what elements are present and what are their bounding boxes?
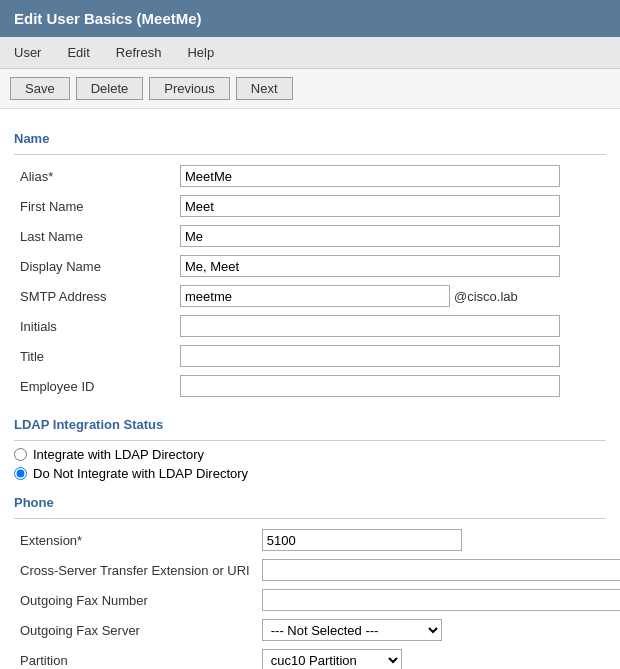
extension-label: Extension* [14, 525, 256, 555]
ldap-integrate-label: Integrate with LDAP Directory [33, 447, 204, 462]
first-name-label: First Name [14, 191, 174, 221]
smtp-row: SMTP Address @cisco.lab [14, 281, 606, 311]
ldap-no-integrate-label: Do Not Integrate with LDAP Directory [33, 466, 248, 481]
display-name-label: Display Name [14, 251, 174, 281]
save-button[interactable]: Save [10, 77, 70, 100]
last-name-input[interactable] [180, 225, 560, 247]
display-name-input[interactable] [180, 255, 560, 277]
initials-input[interactable] [180, 315, 560, 337]
page-title: Edit User Basics (MeetMe) [14, 10, 202, 27]
fax-server-select[interactable]: --- Not Selected --- [262, 619, 442, 641]
alias-label: Alias* [14, 161, 174, 191]
partition-label: Partition [14, 645, 256, 669]
partition-row: Partition cuc10 Partition [14, 645, 620, 669]
fax-server-row: Outgoing Fax Server --- Not Selected --- [14, 615, 620, 645]
menu-refresh[interactable]: Refresh [112, 43, 166, 62]
last-name-label: Last Name [14, 221, 174, 251]
toolbar: Save Delete Previous Next [0, 69, 620, 109]
smtp-domain: @cisco.lab [454, 289, 518, 304]
initials-label: Initials [14, 311, 174, 341]
phone-section-title: Phone [14, 495, 606, 512]
fax-number-label: Outgoing Fax Number [14, 585, 256, 615]
title-input[interactable] [180, 345, 560, 367]
smtp-label: SMTP Address [14, 281, 174, 311]
extension-input[interactable] [262, 529, 462, 551]
ldap-option1-row: Integrate with LDAP Directory [14, 447, 606, 462]
ldap-integrate-radio[interactable] [14, 448, 27, 461]
first-name-row: First Name [14, 191, 606, 221]
menu-user[interactable]: User [10, 43, 45, 62]
fax-number-input[interactable] [262, 589, 620, 611]
smtp-input[interactable] [180, 285, 450, 307]
title-row: Title [14, 341, 606, 371]
cross-server-label: Cross-Server Transfer Extension or URI [14, 555, 256, 585]
ldap-no-integrate-radio[interactable] [14, 467, 27, 480]
extension-row: Extension* [14, 525, 620, 555]
alias-input[interactable] [180, 165, 560, 187]
menu-help[interactable]: Help [183, 43, 218, 62]
first-name-input[interactable] [180, 195, 560, 217]
name-form: Alias* First Name Last Name Display Name… [14, 161, 606, 401]
fax-server-label: Outgoing Fax Server [14, 615, 256, 645]
ldap-radio-group: Integrate with LDAP Directory Do Not Int… [14, 447, 606, 481]
display-name-row: Display Name [14, 251, 606, 281]
previous-button[interactable]: Previous [149, 77, 230, 100]
last-name-row: Last Name [14, 221, 606, 251]
ldap-option2-row: Do Not Integrate with LDAP Directory [14, 466, 606, 481]
cross-server-input[interactable] [262, 559, 620, 581]
menu-bar: User Edit Refresh Help [0, 37, 620, 69]
employee-id-input[interactable] [180, 375, 560, 397]
partition-select[interactable]: cuc10 Partition [262, 649, 402, 669]
fax-number-row: Outgoing Fax Number [14, 585, 620, 615]
initials-row: Initials [14, 311, 606, 341]
ldap-section-title: LDAP Integration Status [14, 417, 606, 434]
title-bar: Edit User Basics (MeetMe) [0, 0, 620, 37]
delete-button[interactable]: Delete [76, 77, 144, 100]
employee-id-row: Employee ID [14, 371, 606, 401]
employee-id-label: Employee ID [14, 371, 174, 401]
name-section-title: Name [14, 131, 606, 148]
alias-row: Alias* [14, 161, 606, 191]
next-button[interactable]: Next [236, 77, 293, 100]
title-label: Title [14, 341, 174, 371]
content-area: Name Alias* First Name Last Name Display… [0, 109, 620, 669]
phone-form: Extension* Cross-Server Transfer Extensi… [14, 525, 620, 669]
cross-server-row: Cross-Server Transfer Extension or URI [14, 555, 620, 585]
menu-edit[interactable]: Edit [63, 43, 93, 62]
